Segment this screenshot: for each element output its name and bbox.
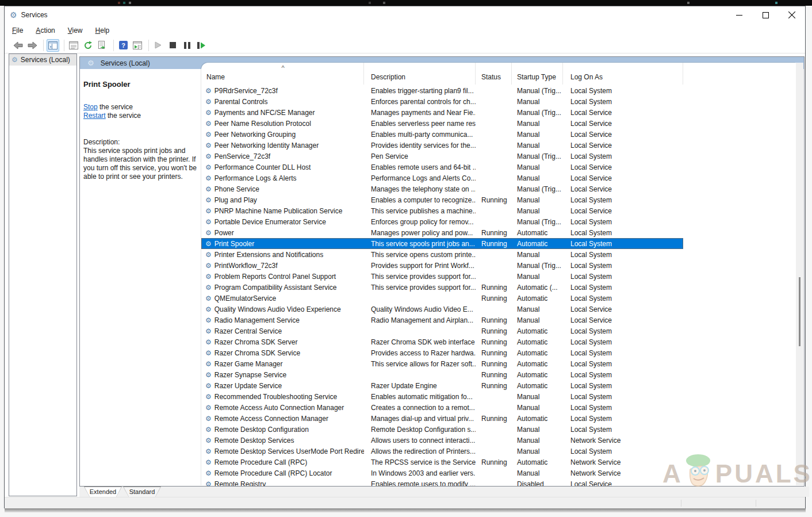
service-row[interactable]: ⚙Remote Desktop ConfigurationRemote Desk…: [201, 424, 683, 435]
pause-service-button[interactable]: [181, 39, 193, 52]
help-button[interactable]: ?: [117, 39, 129, 52]
service-logon-as: Local Service: [563, 316, 683, 324]
service-row[interactable]: ⚙Remote Procedure Call (RPC)The RPCSS se…: [201, 457, 683, 468]
window-shadow: [5, 508, 806, 512]
service-row[interactable]: ⚙PNRP Machine Name Publication ServiceTh…: [201, 205, 683, 216]
column-header-description[interactable]: Description: [364, 63, 476, 85]
service-logon-as: Local Service: [563, 305, 683, 313]
service-name: Remote Access Connection Manager: [215, 415, 328, 423]
service-description: Quality Windows Audio Video E...: [364, 305, 476, 313]
scrollbar-thumb[interactable]: [799, 277, 800, 346]
column-header-status[interactable]: Status: [476, 63, 512, 85]
stop-service-link[interactable]: Stop: [83, 103, 98, 111]
service-row[interactable]: ⚙Razer Central ServiceRunningAutomaticLo…: [201, 325, 683, 336]
service-row[interactable]: ⚙QMEmulatorServiceRunningAutomaticLocal …: [201, 293, 683, 304]
menu-item-file[interactable]: File: [12, 25, 28, 36]
service-row[interactable]: ⚙Printer Extensions and NotificationsThi…: [201, 249, 683, 260]
service-logon-as: Local System: [563, 393, 683, 401]
service-description: Pen Service: [364, 152, 476, 160]
service-gear-icon: ⚙: [205, 448, 212, 455]
service-row[interactable]: ⚙Razer Update ServiceRazer Update Engine…: [201, 380, 683, 391]
maximize-icon: [763, 12, 769, 18]
service-gear-icon: ⚙: [205, 175, 212, 182]
service-startup-type: Disabled: [512, 480, 563, 487]
service-startup-type: Manual: [512, 436, 563, 445]
service-row[interactable]: ⚙Remote Access Auto Connection ManagerCr…: [201, 402, 683, 413]
service-row[interactable]: ⚙Problem Reports Control Panel SupportTh…: [201, 271, 683, 282]
service-row[interactable]: ⚙Razer Game ManagerThis service allows f…: [201, 358, 683, 369]
column-header-log-on-as[interactable]: Log On As: [563, 63, 683, 85]
menu-item-view[interactable]: View: [68, 25, 88, 36]
stop-service-button[interactable]: [166, 39, 179, 52]
export-list-button[interactable]: [96, 39, 109, 52]
service-row[interactable]: ⚙Razer Chroma SDK ServiceProvides access…: [201, 347, 683, 358]
service-description: Razer Update Engine: [364, 382, 476, 390]
service-row[interactable]: ⚙Razer Chroma SDK ServerRazer Chroma SDK…: [201, 336, 683, 347]
service-logon-as: Local Service: [563, 207, 683, 215]
desktop-speck: [383, 2, 385, 4]
service-row[interactable]: ⚙Parental ControlsEnforces parental cont…: [201, 96, 683, 107]
refresh-button[interactable]: [82, 39, 94, 52]
tab-label: Standard: [129, 489, 155, 496]
column-header-startup-type[interactable]: Startup Type: [512, 63, 563, 85]
menu-item-action[interactable]: Action: [36, 25, 60, 36]
vertical-scrollbar[interactable]: [796, 63, 803, 485]
service-startup-type: Automatic: [512, 415, 563, 423]
service-row[interactable]: ⚙Program Compatibility Assistant Service…: [201, 282, 683, 293]
service-row[interactable]: ⚙Portable Device Enumerator ServiceEnfor…: [201, 216, 683, 227]
desktop-speck: [775, 2, 777, 4]
start-service-button[interactable]: [152, 39, 164, 52]
service-logon-as: Local Service: [563, 141, 683, 150]
forward-button[interactable]: [26, 39, 39, 52]
service-row[interactable]: ⚙Peer Name Resolution ProtocolEnables se…: [201, 118, 683, 129]
service-row[interactable]: ⚙Phone ServiceManages the telephony stat…: [201, 183, 683, 194]
restart-service-link[interactable]: Restart: [83, 112, 106, 120]
properties-button[interactable]: [67, 39, 80, 52]
console-tree-toggle-button[interactable]: [47, 39, 59, 52]
service-row-selected[interactable]: ⚙Print SpoolerThis service spools print …: [201, 238, 683, 249]
service-row[interactable]: ⚙Performance Logs & AlertsPerformance Lo…: [201, 173, 683, 183]
service-logon-as: Local Service: [563, 131, 683, 139]
back-button[interactable]: [12, 39, 24, 52]
service-row[interactable]: ⚙Remote Desktop ServicesAllows users to …: [201, 435, 683, 446]
service-name: Razer Game Manager: [215, 360, 283, 368]
service-row[interactable]: ⚙Peer Networking GroupingEnables multi-p…: [201, 129, 683, 140]
service-row[interactable]: ⚙Plug and PlayEnables a computer to reco…: [201, 194, 683, 205]
service-row[interactable]: ⚙Remote Procedure Call (RPC) LocatorIn W…: [201, 468, 683, 478]
restart-service-button[interactable]: [195, 39, 208, 52]
close-button[interactable]: [779, 6, 805, 24]
column-header-name[interactable]: Name: [201, 63, 364, 85]
service-row[interactable]: ⚙Remote Desktop Services UserMode Port R…: [201, 446, 683, 457]
service-row[interactable]: ⚙Peer Networking Identity ManagerProvide…: [201, 140, 683, 151]
service-row[interactable]: ⚙PrintWorkflow_72c3fProvides support for…: [201, 260, 683, 271]
service-row[interactable]: ⚙Payments and NFC/SE ManagerManages paym…: [201, 107, 683, 118]
service-row[interactable]: ⚙P9RdrService_72c3fEnables trigger-start…: [201, 85, 683, 96]
restart-service-line: Restart the service: [83, 112, 141, 120]
service-row[interactable]: ⚙Radio Management ServiceRadio Managemen…: [201, 315, 683, 325]
service-name: Peer Name Resolution Protocol: [215, 120, 311, 128]
service-row[interactable]: ⚙Remote RegistryEnables remote users to …: [201, 478, 683, 486]
service-logon-as: Local Service: [563, 120, 683, 128]
desktop-speck: [123, 2, 125, 4]
menu-item-help[interactable]: Help: [95, 25, 115, 36]
maximize-button[interactable]: [752, 6, 779, 24]
service-name: Performance Counter DLL Host: [215, 163, 311, 171]
service-row[interactable]: ⚙Recommended Troubleshooting ServiceEnab…: [201, 391, 683, 402]
service-name: Razer Update Service: [215, 382, 282, 390]
toolbar-separator: [43, 40, 44, 51]
service-row[interactable]: ⚙Performance Counter DLL HostEnables rem…: [201, 162, 683, 173]
tab-standard[interactable]: Standard: [123, 487, 161, 497]
tree-item-services-local[interactable]: ⚙ Services (Local): [9, 54, 76, 66]
service-startup-type: Automatic: [512, 349, 563, 357]
action-pane-toggle-button[interactable]: [131, 39, 144, 52]
tab-extended[interactable]: Extended: [84, 487, 122, 497]
service-row[interactable]: ⚙Razer Synapse ServiceRunningAutomaticLo…: [201, 369, 683, 380]
service-status: Running: [476, 316, 512, 324]
minimize-button[interactable]: [726, 6, 752, 24]
service-row[interactable]: ⚙PowerManages power policy and pow...Run…: [201, 227, 683, 238]
service-row[interactable]: ⚙PenService_72c3fPen ServiceManual (Trig…: [201, 151, 683, 162]
service-gear-icon: ⚙: [205, 87, 212, 94]
service-row[interactable]: ⚙Remote Access Connection ManagerManages…: [201, 413, 683, 424]
service-row[interactable]: ⚙Quality Windows Audio Video ExperienceQ…: [201, 304, 683, 315]
stop-service-line: Stop the service: [83, 103, 133, 111]
